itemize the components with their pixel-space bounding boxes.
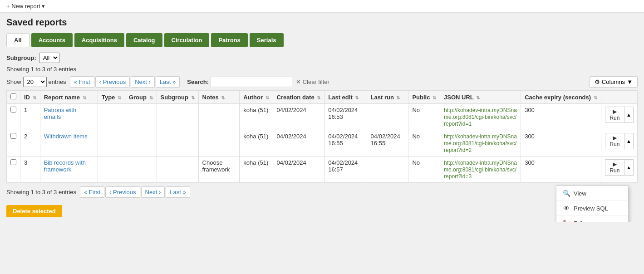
columns-button[interactable]: ⚙ Columns ▼ — [590, 76, 638, 88]
report-name-link-1[interactable]: Patrons with emails — [44, 107, 77, 120]
run-button-1[interactable]: ▶ Run — [605, 107, 624, 123]
select-all-checkbox[interactable] — [10, 93, 16, 99]
cell-type-3 — [98, 157, 125, 183]
context-menu-item-view[interactable]: 🔍 View — [556, 186, 628, 201]
cell-json-url-1: http://kohadev-intra.myDNSname.org:8081/… — [440, 104, 521, 130]
report-name-link-3[interactable]: Bib records with framework — [44, 159, 86, 173]
context-menu: 🔍 View 👁 Preview SQL ✏️ Edit 📋 Duplicate… — [556, 186, 629, 222]
col-author[interactable]: Author ⇅ — [240, 91, 273, 104]
col-json-url[interactable]: JSON URL ⇅ — [440, 91, 521, 104]
run-dropdown-3[interactable]: ▲ — [624, 159, 634, 176]
pagination-top: « First ‹ Previous Next › Last » — [70, 76, 180, 88]
gear-icon: ⚙ — [595, 78, 600, 85]
edit-label: Edit — [574, 220, 584, 222]
tab-all[interactable]: All — [6, 33, 29, 47]
table-row: 2 Withdrawn items koha (51) 04/02/2024 0… — [7, 130, 638, 157]
tab-serials[interactable]: Serials — [250, 33, 284, 47]
new-report-button[interactable]: + New report ▾ — [6, 3, 45, 10]
col-id[interactable]: ID ⇅ — [20, 91, 40, 104]
cell-group-1 — [125, 104, 157, 130]
tabs-bar: All Accounts Acquisitions Catalog Circul… — [6, 33, 638, 47]
row-checkbox-2[interactable] — [10, 133, 16, 139]
cell-type-1 — [98, 104, 125, 130]
showing-top: Showing 1 to 3 of 3 entries — [6, 66, 638, 73]
cell-subgroup-2 — [157, 130, 198, 157]
previous-button-top[interactable]: ‹ Previous — [95, 76, 130, 88]
cell-creation-date-3: 04/02/2024 — [273, 157, 324, 183]
columns-label: Columns — [602, 78, 625, 85]
search-input[interactable] — [211, 77, 292, 87]
reports-table: ID ⇅ Report name ⇅ Type ⇅ Group ⇅ Subgro… — [6, 90, 638, 183]
last-button-top[interactable]: Last » — [156, 76, 180, 88]
cell-author-1: koha (51) — [240, 104, 273, 130]
context-menu-item-preview-sql[interactable]: 👁 Preview SQL — [556, 201, 628, 216]
last-button-bottom[interactable]: Last » — [166, 186, 190, 198]
showing-bottom: Showing 1 to 3 of 3 entries — [6, 189, 76, 196]
run-dropdown-1[interactable]: ▲ — [624, 107, 634, 123]
next-button-top[interactable]: Next › — [131, 76, 155, 88]
cell-last-run-3 — [367, 157, 408, 183]
top-bar: + New report ▾ — [0, 0, 644, 13]
col-actions — [601, 91, 637, 104]
json-url-link-3[interactable]: http://kohadev-intra.myDNSname.org:8081/… — [444, 160, 517, 180]
cell-run-1: ▶ Run ▲ — [601, 104, 637, 130]
run-button-3[interactable]: ▶ Run — [605, 159, 624, 176]
col-group[interactable]: Group ⇅ — [125, 91, 157, 104]
table-row: 1 Patrons with emails koha (51) 04/02/20… — [7, 104, 638, 130]
cell-id-1: 1 — [20, 104, 40, 130]
tab-accounts[interactable]: Accounts — [31, 33, 73, 47]
cell-run-2: ▶ Run ▲ — [601, 130, 637, 157]
context-menu-item-edit[interactable]: ✏️ Edit — [556, 216, 628, 222]
first-button-bottom[interactable]: « First — [80, 186, 104, 198]
tab-acquisitions[interactable]: Acquisitions — [74, 33, 124, 47]
show-entries: Show 20 10 50 100 entries — [6, 77, 66, 87]
show-select[interactable]: 20 10 50 100 — [23, 77, 47, 87]
tab-patrons[interactable]: Patrons — [211, 33, 247, 47]
col-subgroup[interactable]: Subgroup ⇅ — [157, 91, 198, 104]
previous-button-bottom[interactable]: ‹ Previous — [105, 186, 140, 198]
cell-notes-3: Choose framework — [198, 157, 240, 183]
cell-public-2: No — [408, 130, 440, 157]
cell-creation-date-2: 04/02/2024 — [273, 130, 324, 157]
pagination-bottom: « First ‹ Previous Next › Last » — [80, 186, 190, 198]
report-name-link-2[interactable]: Withdrawn items — [44, 133, 88, 140]
cell-public-1: No — [408, 104, 440, 130]
cell-run-3: ▶ Run ▲ — [601, 157, 637, 183]
col-public[interactable]: Public ⇅ — [408, 91, 440, 104]
main-content: Saved reports All Accounts Acquisitions … — [0, 13, 644, 222]
col-type[interactable]: Type ⇅ — [98, 91, 125, 104]
cell-notes-2 — [198, 130, 240, 157]
edit-icon: ✏️ — [563, 220, 570, 222]
clear-filter-button[interactable]: ✕ Clear filter — [296, 78, 329, 85]
delete-selected-button[interactable]: Delete selected — [6, 205, 62, 217]
json-url-link-2[interactable]: http://kohadev-intra.myDNSname.org:8081/… — [444, 133, 517, 153]
cell-cache-expiry-3: 300 — [521, 157, 601, 183]
run-button-2[interactable]: ▶ Run — [605, 133, 624, 149]
col-last-run[interactable]: Last run ⇅ — [367, 91, 408, 104]
first-button-top[interactable]: « First — [70, 76, 94, 88]
cell-cache-expiry-1: 300 — [521, 104, 601, 130]
col-report-name[interactable]: Report name ⇅ — [40, 91, 98, 104]
col-cache-expiry[interactable]: Cache expiry (seconds) ⇅ — [521, 91, 601, 104]
cell-creation-date-1: 04/02/2024 — [273, 104, 324, 130]
tab-catalog[interactable]: Catalog — [126, 33, 162, 47]
cell-id-3: 3 — [20, 157, 40, 183]
col-creation-date[interactable]: Creation date ⇅ — [273, 91, 324, 104]
subgroup-select[interactable]: All — [39, 53, 59, 63]
run-dropdown-2[interactable]: ▲ — [624, 133, 634, 149]
cell-report-name-1: Patrons with emails — [40, 104, 98, 130]
col-notes[interactable]: Notes ⇅ — [198, 91, 240, 104]
search-label: Search: — [187, 78, 209, 85]
cell-type-2 — [98, 130, 125, 157]
cell-group-3 — [125, 157, 157, 183]
cell-group-2 — [125, 130, 157, 157]
next-button-bottom[interactable]: Next › — [141, 186, 165, 198]
col-last-edit[interactable]: Last edit ⇅ — [324, 91, 367, 104]
tab-circulation[interactable]: Circulation — [164, 33, 210, 47]
cell-author-2: koha (51) — [240, 130, 273, 157]
cell-json-url-3: http://kohadev-intra.myDNSname.org:8081/… — [440, 157, 521, 183]
cell-last-edit-3: 04/02/2024 16:57 — [324, 157, 367, 183]
row-checkbox-1[interactable] — [10, 107, 16, 113]
row-checkbox-3[interactable] — [10, 159, 16, 165]
json-url-link-1[interactable]: http://kohadev-intra.myDNSname.org:8081/… — [444, 107, 517, 127]
